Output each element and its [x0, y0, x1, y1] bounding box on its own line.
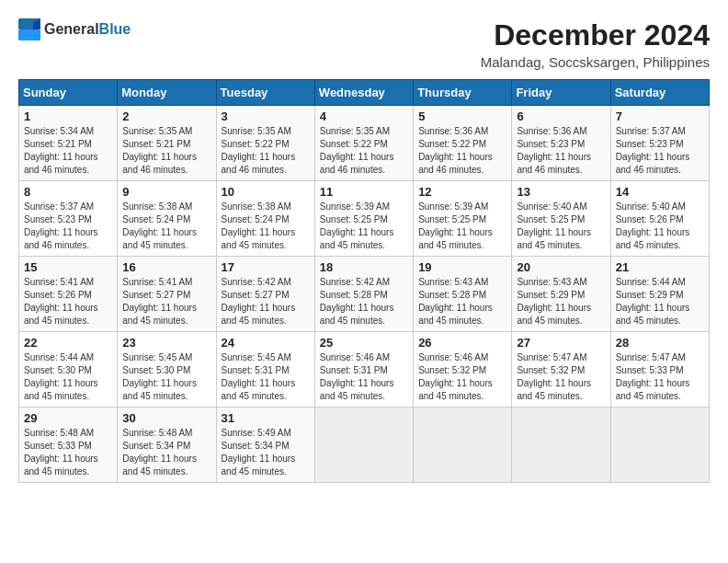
main-title: December 2024: [481, 18, 710, 52]
day-number: 19: [418, 260, 506, 274]
calendar-cell: 7Sunrise: 5:37 AM Sunset: 5:23 PM Daylig…: [610, 106, 709, 181]
day-number: 17: [222, 260, 310, 274]
day-number: 7: [616, 109, 704, 123]
calendar-cell: 10Sunrise: 5:38 AM Sunset: 5:24 PM Dayli…: [216, 181, 314, 257]
day-info: Sunrise: 5:34 AM Sunset: 5:21 PM Dayligh…: [24, 125, 112, 177]
day-number: 26: [418, 336, 506, 350]
day-info: Sunrise: 5:45 AM Sunset: 5:31 PM Dayligh…: [222, 351, 310, 403]
calendar-cell: 14Sunrise: 5:40 AM Sunset: 5:26 PM Dayli…: [610, 181, 709, 257]
calendar-week-3: 15Sunrise: 5:41 AM Sunset: 5:26 PM Dayli…: [19, 257, 710, 332]
calendar-header-friday: Friday: [512, 80, 610, 106]
calendar-cell: 11Sunrise: 5:39 AM Sunset: 5:25 PM Dayli…: [314, 181, 413, 257]
calendar-cell: 15Sunrise: 5:41 AM Sunset: 5:26 PM Dayli…: [19, 257, 118, 332]
day-info: Sunrise: 5:43 AM Sunset: 5:29 PM Dayligh…: [517, 276, 605, 327]
day-number: 29: [24, 411, 112, 425]
page-header: GeneralBlue December 2024 Malandag, Socc…: [18, 18, 710, 70]
day-number: 6: [517, 109, 605, 123]
day-info: Sunrise: 5:36 AM Sunset: 5:23 PM Dayligh…: [517, 125, 605, 177]
calendar-header-thursday: Thursday: [414, 80, 512, 106]
day-number: 1: [24, 109, 112, 123]
calendar-cell: 3Sunrise: 5:35 AM Sunset: 5:22 PM Daylig…: [216, 106, 314, 181]
day-number: 9: [122, 185, 210, 199]
day-number: 16: [122, 260, 210, 274]
calendar-cell: 16Sunrise: 5:41 AM Sunset: 5:27 PM Dayli…: [118, 257, 216, 332]
calendar-table: SundayMondayTuesdayWednesdayThursdayFrid…: [18, 79, 710, 483]
day-number: 12: [418, 185, 506, 199]
day-number: 18: [320, 260, 408, 274]
calendar-cell: 22Sunrise: 5:44 AM Sunset: 5:30 PM Dayli…: [19, 332, 118, 408]
day-info: Sunrise: 5:49 AM Sunset: 5:34 PM Dayligh…: [222, 427, 310, 478]
calendar-cell: 29Sunrise: 5:48 AM Sunset: 5:33 PM Dayli…: [19, 408, 118, 483]
calendar-cell: 26Sunrise: 5:46 AM Sunset: 5:32 PM Dayli…: [414, 332, 512, 408]
day-info: Sunrise: 5:47 AM Sunset: 5:32 PM Dayligh…: [517, 351, 605, 403]
calendar-header-row: SundayMondayTuesdayWednesdayThursdayFrid…: [19, 80, 710, 106]
calendar-cell: 21Sunrise: 5:44 AM Sunset: 5:29 PM Dayli…: [610, 257, 709, 332]
day-number: 4: [320, 109, 408, 123]
day-info: Sunrise: 5:48 AM Sunset: 5:33 PM Dayligh…: [24, 427, 112, 478]
calendar-cell: [512, 408, 610, 483]
day-number: 28: [616, 336, 704, 350]
calendar-cell: 31Sunrise: 5:49 AM Sunset: 5:34 PM Dayli…: [216, 408, 314, 483]
day-number: 14: [616, 185, 704, 199]
day-info: Sunrise: 5:35 AM Sunset: 5:22 PM Dayligh…: [320, 125, 408, 177]
logo: GeneralBlue: [18, 18, 131, 40]
day-info: Sunrise: 5:48 AM Sunset: 5:34 PM Dayligh…: [122, 427, 210, 478]
calendar-header-sunday: Sunday: [19, 80, 118, 106]
day-info: Sunrise: 5:36 AM Sunset: 5:22 PM Dayligh…: [418, 125, 506, 177]
calendar-week-4: 22Sunrise: 5:44 AM Sunset: 5:30 PM Dayli…: [19, 332, 710, 408]
calendar-cell: 18Sunrise: 5:42 AM Sunset: 5:28 PM Dayli…: [314, 257, 413, 332]
calendar-header-saturday: Saturday: [610, 80, 709, 106]
calendar-cell: [314, 408, 413, 483]
calendar-cell: 27Sunrise: 5:47 AM Sunset: 5:32 PM Dayli…: [512, 332, 610, 408]
day-number: 13: [517, 185, 605, 199]
day-number: 25: [320, 336, 408, 350]
calendar-cell: 28Sunrise: 5:47 AM Sunset: 5:33 PM Dayli…: [610, 332, 709, 408]
svg-rect-1: [18, 29, 40, 40]
calendar-week-2: 8Sunrise: 5:37 AM Sunset: 5:23 PM Daylig…: [19, 181, 710, 257]
day-number: 20: [517, 260, 605, 274]
calendar-cell: 20Sunrise: 5:43 AM Sunset: 5:29 PM Dayli…: [512, 257, 610, 332]
day-info: Sunrise: 5:43 AM Sunset: 5:28 PM Dayligh…: [418, 276, 506, 327]
calendar-cell: 25Sunrise: 5:46 AM Sunset: 5:31 PM Dayli…: [314, 332, 413, 408]
day-number: 8: [24, 185, 112, 199]
day-info: Sunrise: 5:42 AM Sunset: 5:28 PM Dayligh…: [320, 276, 408, 327]
logo-text: GeneralBlue: [44, 21, 131, 38]
day-info: Sunrise: 5:38 AM Sunset: 5:24 PM Dayligh…: [222, 201, 310, 252]
day-number: 31: [222, 411, 310, 425]
day-number: 22: [24, 336, 112, 350]
day-number: 21: [616, 260, 704, 274]
calendar-cell: 4Sunrise: 5:35 AM Sunset: 5:22 PM Daylig…: [314, 106, 413, 181]
day-info: Sunrise: 5:35 AM Sunset: 5:22 PM Dayligh…: [222, 125, 310, 177]
day-number: 3: [222, 109, 310, 123]
day-info: Sunrise: 5:37 AM Sunset: 5:23 PM Dayligh…: [616, 125, 704, 177]
day-info: Sunrise: 5:40 AM Sunset: 5:25 PM Dayligh…: [517, 201, 605, 252]
calendar-cell: [610, 408, 709, 483]
calendar-cell: 24Sunrise: 5:45 AM Sunset: 5:31 PM Dayli…: [216, 332, 314, 408]
logo-blue: Blue: [99, 21, 131, 37]
calendar-cell: 13Sunrise: 5:40 AM Sunset: 5:25 PM Dayli…: [512, 181, 610, 257]
day-number: 30: [122, 411, 210, 425]
calendar-cell: 9Sunrise: 5:38 AM Sunset: 5:24 PM Daylig…: [118, 181, 216, 257]
day-number: 11: [320, 185, 408, 199]
calendar-cell: 30Sunrise: 5:48 AM Sunset: 5:34 PM Dayli…: [118, 408, 216, 483]
calendar-cell: [414, 408, 512, 483]
day-info: Sunrise: 5:41 AM Sunset: 5:27 PM Dayligh…: [122, 276, 210, 327]
day-info: Sunrise: 5:44 AM Sunset: 5:30 PM Dayligh…: [24, 351, 112, 403]
calendar-cell: 1Sunrise: 5:34 AM Sunset: 5:21 PM Daylig…: [19, 106, 118, 181]
day-number: 5: [418, 109, 506, 123]
calendar-cell: 8Sunrise: 5:37 AM Sunset: 5:23 PM Daylig…: [19, 181, 118, 257]
calendar-week-5: 29Sunrise: 5:48 AM Sunset: 5:33 PM Dayli…: [19, 408, 710, 483]
calendar-cell: 5Sunrise: 5:36 AM Sunset: 5:22 PM Daylig…: [414, 106, 512, 181]
day-info: Sunrise: 5:44 AM Sunset: 5:29 PM Dayligh…: [616, 276, 704, 327]
calendar-cell: 6Sunrise: 5:36 AM Sunset: 5:23 PM Daylig…: [512, 106, 610, 181]
calendar-cell: 12Sunrise: 5:39 AM Sunset: 5:25 PM Dayli…: [414, 181, 512, 257]
day-info: Sunrise: 5:46 AM Sunset: 5:32 PM Dayligh…: [418, 351, 506, 403]
day-info: Sunrise: 5:35 AM Sunset: 5:21 PM Dayligh…: [122, 125, 210, 177]
day-number: 27: [517, 336, 605, 350]
title-block: December 2024 Malandag, Soccsksargen, Ph…: [481, 18, 710, 70]
day-info: Sunrise: 5:38 AM Sunset: 5:24 PM Dayligh…: [122, 201, 210, 252]
day-number: 24: [222, 336, 310, 350]
calendar-header-monday: Monday: [118, 80, 216, 106]
day-info: Sunrise: 5:39 AM Sunset: 5:25 PM Dayligh…: [418, 201, 506, 252]
calendar-cell: 2Sunrise: 5:35 AM Sunset: 5:21 PM Daylig…: [118, 106, 216, 181]
